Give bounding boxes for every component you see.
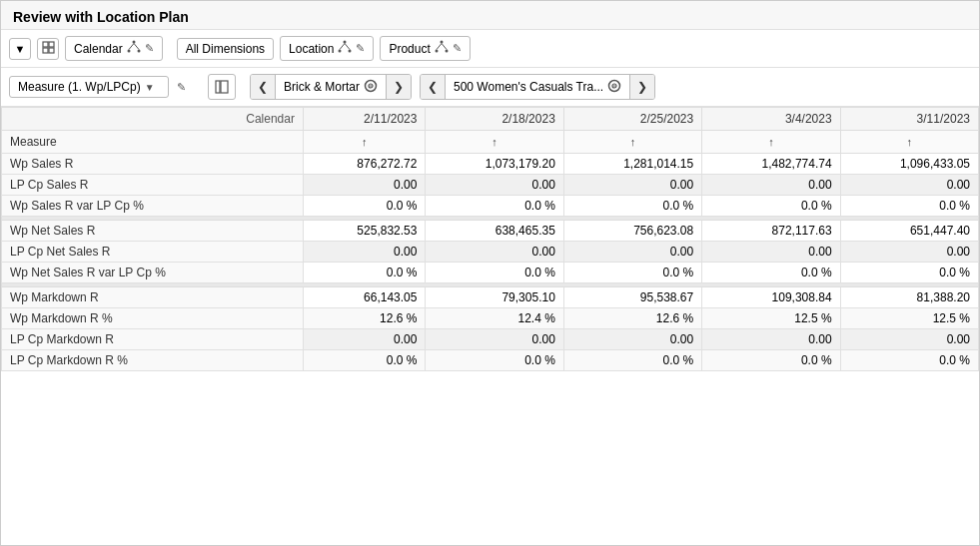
cell-value: 1,096,433.05 bbox=[840, 154, 978, 175]
nav-area: ❮ Brick & Mortar ❯ ❮ 50 bbox=[208, 74, 971, 100]
col-header-3: 3/4/2023 bbox=[702, 108, 840, 131]
pencil-icon-product: ✎ bbox=[453, 42, 462, 55]
grid-layout-button[interactable] bbox=[208, 74, 236, 100]
network-icon-location bbox=[338, 40, 352, 57]
svg-rect-1 bbox=[49, 42, 54, 47]
arrow-2: ↑ bbox=[563, 131, 701, 154]
collapse-button[interactable]: ▼ bbox=[9, 38, 31, 60]
data-table: Calendar 2/11/2023 2/18/2023 2/25/2023 3… bbox=[1, 107, 979, 371]
product-label: Product bbox=[389, 42, 430, 56]
women-prev-btn[interactable]: ❮ bbox=[421, 74, 445, 100]
cell-value: 0.00 bbox=[426, 175, 563, 196]
cell-value: 0.0 % bbox=[303, 263, 425, 283]
svg-point-10 bbox=[339, 50, 342, 53]
col-header-0: 2/11/2023 bbox=[303, 108, 425, 131]
network-icon-product bbox=[435, 40, 449, 57]
svg-rect-20 bbox=[221, 81, 228, 93]
table-row: Wp Sales R876,272.721,073,179.201,281,01… bbox=[2, 154, 979, 175]
target-icon-brick bbox=[364, 79, 378, 96]
cell-value: 0.00 bbox=[840, 175, 978, 196]
cell-value: 1,482,774.74 bbox=[702, 154, 840, 175]
row-label: LP Cp Net Sales R bbox=[2, 242, 304, 263]
arrow-0: ↑ bbox=[303, 131, 425, 154]
brick-mortar-next-btn[interactable]: ❯ bbox=[387, 74, 411, 100]
cell-value: 0.0 % bbox=[563, 196, 701, 217]
svg-line-13 bbox=[345, 44, 350, 50]
arrow-4: ↑ bbox=[840, 131, 978, 154]
cell-value: 0.0 % bbox=[426, 350, 563, 371]
calendar-header: Calendar bbox=[2, 108, 304, 131]
cell-value: 0.00 bbox=[303, 242, 425, 263]
svg-point-5 bbox=[127, 50, 130, 53]
row-label: LP Cp Markdown R bbox=[2, 329, 304, 350]
cell-value: 0.00 bbox=[563, 175, 701, 196]
women-text: 500 Women's Casuals Tra... bbox=[454, 80, 603, 94]
svg-point-6 bbox=[137, 50, 140, 53]
cell-value: 12.6 % bbox=[303, 308, 425, 329]
brick-mortar-prev-btn[interactable]: ❮ bbox=[251, 74, 275, 100]
brick-mortar-text: Brick & Mortar bbox=[284, 80, 360, 94]
product-button[interactable]: Product ✎ bbox=[380, 36, 470, 61]
svg-point-16 bbox=[445, 50, 448, 53]
svg-point-23 bbox=[370, 85, 372, 87]
cell-value: 0.0 % bbox=[303, 350, 425, 371]
calendar-button[interactable]: Calendar ✎ bbox=[65, 36, 163, 61]
row-label: LP Cp Sales R bbox=[2, 175, 304, 196]
cell-value: 0.0 % bbox=[563, 350, 701, 371]
cell-value: 0.00 bbox=[303, 329, 425, 350]
svg-rect-0 bbox=[43, 42, 48, 47]
row-label: Wp Net Sales R var LP Cp % bbox=[2, 263, 304, 283]
svg-point-14 bbox=[440, 41, 443, 44]
chevron-down-icon: ▼ bbox=[145, 82, 155, 93]
all-dimensions-button[interactable]: All Dimensions bbox=[177, 38, 274, 60]
cell-value: 12.4 % bbox=[426, 308, 563, 329]
pencil-icon-measure: ✎ bbox=[177, 81, 186, 94]
table-header-row-arrows: Measure ↑ ↑ ↑ ↑ ↑ bbox=[2, 131, 979, 154]
cell-value: 66,143.05 bbox=[303, 287, 425, 308]
table-row: LP Cp Markdown R0.000.000.000.000.00 bbox=[2, 329, 979, 350]
cell-value: 109,308.84 bbox=[702, 287, 840, 308]
title-text: Review with Location Plan bbox=[13, 9, 189, 25]
table-row: LP Cp Net Sales R0.000.000.000.000.00 bbox=[2, 242, 979, 263]
women-next-btn[interactable]: ❯ bbox=[630, 74, 654, 100]
pencil-icon-location: ✎ bbox=[356, 42, 365, 55]
cell-value: 0.0 % bbox=[840, 196, 978, 217]
layout-button[interactable] bbox=[37, 38, 59, 60]
table-row: Wp Net Sales R525,832.53638,465.35756,62… bbox=[2, 221, 979, 242]
all-dimensions-label: All Dimensions bbox=[186, 42, 265, 56]
brick-mortar-nav: ❮ Brick & Mortar ❯ bbox=[250, 74, 412, 100]
network-icon-calendar bbox=[127, 40, 141, 57]
measure-header: Measure bbox=[2, 131, 304, 154]
cell-value: 81,388.20 bbox=[840, 287, 978, 308]
location-button[interactable]: Location ✎ bbox=[280, 36, 374, 61]
arrow-3: ↑ bbox=[702, 131, 840, 154]
cell-value: 0.00 bbox=[563, 242, 701, 263]
table-header-row-dates: Calendar 2/11/2023 2/18/2023 2/25/2023 3… bbox=[2, 108, 979, 131]
cell-value: 872,117.63 bbox=[702, 221, 840, 242]
svg-point-9 bbox=[344, 41, 347, 44]
row-label: Wp Sales R bbox=[2, 154, 304, 175]
data-table-container: Calendar 2/11/2023 2/18/2023 2/25/2023 3… bbox=[1, 107, 979, 545]
cell-value: 0.0 % bbox=[303, 196, 425, 217]
table-row: Wp Markdown R66,143.0579,305.1095,538.67… bbox=[2, 287, 979, 308]
table-row: LP Cp Sales R0.000.000.000.000.00 bbox=[2, 175, 979, 196]
measure-dropdown[interactable]: Measure (1. Wp/LPCp) ▼ bbox=[9, 76, 169, 98]
svg-point-15 bbox=[435, 50, 438, 53]
col-header-2: 2/25/2023 bbox=[563, 108, 701, 131]
svg-line-8 bbox=[134, 44, 139, 50]
calendar-label: Calendar bbox=[74, 42, 123, 56]
toolbar-left: ▼ Calendar bbox=[9, 36, 163, 61]
cell-value: 0.0 % bbox=[702, 350, 840, 371]
table-row: Wp Markdown R %12.6 %12.4 %12.6 %12.5 %1… bbox=[2, 308, 979, 329]
cell-value: 0.00 bbox=[840, 242, 978, 263]
svg-rect-3 bbox=[49, 48, 54, 53]
svg-line-7 bbox=[129, 44, 134, 50]
cell-value: 1,073,179.20 bbox=[426, 154, 563, 175]
cell-value: 0.00 bbox=[702, 175, 840, 196]
row-label: LP Cp Markdown R % bbox=[2, 350, 304, 371]
table-row: Wp Sales R var LP Cp %0.0 %0.0 %0.0 %0.0… bbox=[2, 196, 979, 217]
cell-value: 0.0 % bbox=[702, 196, 840, 217]
svg-rect-2 bbox=[43, 48, 48, 53]
cell-value: 876,272.72 bbox=[303, 154, 425, 175]
pencil-icon-calendar: ✎ bbox=[145, 42, 154, 55]
